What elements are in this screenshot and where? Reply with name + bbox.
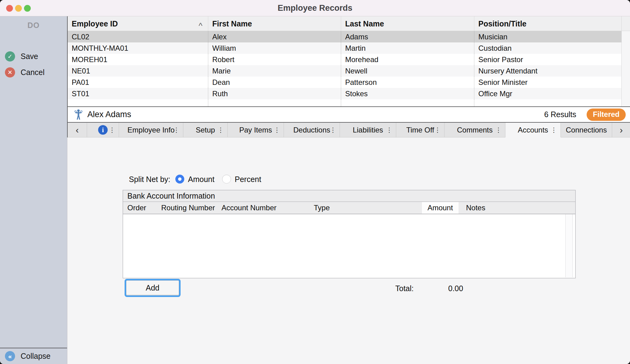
- cell-employee-id: PA01: [68, 77, 208, 88]
- tab-menu-icon[interactable]: ⋮: [434, 126, 441, 134]
- sidebar-header: DO: [0, 21, 67, 30]
- bank-column-header-routing-number[interactable]: Routing Number: [161, 202, 215, 214]
- table-scrollbar[interactable]: [621, 16, 630, 106]
- cancel-button[interactable]: ✕ Cancel: [5, 67, 45, 77]
- save-label: Save: [21, 52, 38, 61]
- tab-label: Liabilities: [353, 126, 383, 134]
- tab-label: Connections: [566, 126, 607, 134]
- tabs-scroll-left-button[interactable]: ‹: [68, 123, 87, 137]
- split-net-row: Split Net by: Amount Percent: [67, 174, 630, 185]
- x-circle-icon: ✕: [5, 67, 15, 77]
- table-row[interactable]: MONTHLY-MA01 William Martin Custodian: [68, 42, 621, 54]
- tab-setup[interactable]: Setup⋮: [183, 123, 228, 137]
- cell-last-name: Newell: [341, 65, 474, 77]
- table-row[interactable]: CL02 Alex Adams Musician: [68, 31, 621, 42]
- collapse-button[interactable]: « Collapse: [0, 348, 67, 364]
- column-header-last-name[interactable]: Last Name: [341, 16, 474, 31]
- tab-liabilities[interactable]: Liabilities⋮: [340, 123, 396, 137]
- app-window: Employee Records DO ✓ Save ✕ Cancel « Co…: [0, 0, 630, 364]
- tab-info[interactable]: i⋮: [87, 123, 119, 137]
- results-count: 6 Results: [544, 110, 576, 119]
- tab-menu-icon[interactable]: ⋮: [217, 126, 224, 134]
- cell-last-name: Stokes: [341, 88, 474, 99]
- check-circle-icon: ✓: [5, 51, 15, 61]
- tab-label: Deductions: [293, 126, 330, 134]
- cell-position-title: Senior Minister: [474, 77, 621, 88]
- total-value: 0.00: [448, 284, 463, 293]
- cell-last-name: Patterson: [341, 77, 474, 88]
- radio-percent[interactable]: [222, 175, 231, 184]
- radio-percent-label: Percent: [235, 174, 261, 185]
- cell-last-name: Martin: [341, 42, 474, 54]
- tab-employee-info[interactable]: Employee Info⋮: [119, 123, 183, 137]
- bank-table-header: OrderRouting NumberAccount NumberTypeAmo…: [123, 202, 575, 214]
- cell-last-name: Adams: [341, 31, 474, 42]
- info-icon: i: [98, 125, 108, 135]
- tab-menu-icon[interactable]: ⋮: [386, 126, 393, 134]
- tab-deductions[interactable]: Deductions⋮: [284, 123, 340, 137]
- total-label: Total:: [395, 284, 414, 293]
- tab-label: Setup: [196, 126, 215, 134]
- tab-menu-icon[interactable]: ⋮: [109, 126, 115, 134]
- cell-position-title: Senior Pastor: [474, 54, 621, 65]
- collapse-label: Collapse: [21, 352, 50, 361]
- cell-employee-id: MOREH01: [68, 54, 208, 65]
- column-header-employee-id[interactable]: Employee ID ^: [68, 16, 208, 31]
- cell-first-name: Alex: [208, 31, 341, 42]
- tab-label: Employee Info: [127, 126, 174, 134]
- cancel-label: Cancel: [21, 68, 45, 77]
- selected-record-name: Alex Adams: [87, 110, 131, 119]
- bank-column-header-notes[interactable]: Notes: [466, 202, 485, 214]
- tab-connections[interactable]: Connections: [561, 123, 612, 137]
- table-row[interactable]: ST01 Ruth Stokes Office Mgr: [68, 88, 621, 99]
- bank-column-header-type[interactable]: Type: [314, 202, 330, 214]
- bank-column-header-order[interactable]: Order: [127, 202, 146, 214]
- cell-position-title: Musician: [474, 31, 621, 42]
- tab-accounts[interactable]: Accounts⋮: [505, 123, 561, 137]
- cell-first-name: Marie: [208, 65, 341, 77]
- tab-label: Time Off: [406, 126, 434, 134]
- tabs-scroll-right-button[interactable]: ›: [612, 123, 630, 137]
- add-account-button[interactable]: Add: [126, 280, 179, 295]
- tab-menu-icon[interactable]: ⋮: [330, 126, 336, 134]
- tab-pay-items[interactable]: Pay Items⋮: [228, 123, 284, 137]
- table-row[interactable]: NE01 Marie Newell Nursery Attendant: [68, 65, 621, 77]
- split-net-label: Split Net by:: [129, 174, 170, 185]
- bank-table-body: [123, 214, 575, 277]
- column-header-position-title[interactable]: Position/Title: [474, 16, 621, 31]
- cell-employee-id: ST01: [68, 88, 208, 99]
- tab-label: Pay Items: [239, 126, 272, 134]
- tab-bar: ‹i⋮Employee Info⋮Setup⋮Pay Items⋮Deducti…: [67, 123, 630, 137]
- sort-ascending-icon: ^: [199, 18, 202, 31]
- column-header-first-name[interactable]: First Name: [208, 16, 341, 31]
- tab-label: Comments: [457, 126, 492, 134]
- table-row[interactable]: PA01 Dean Patterson Senior Minister: [68, 77, 621, 88]
- tab-menu-icon[interactable]: ⋮: [274, 126, 280, 134]
- cell-employee-id: NE01: [68, 65, 208, 77]
- tab-menu-icon[interactable]: ⋮: [495, 126, 502, 134]
- cell-first-name: Ruth: [208, 88, 341, 99]
- bank-panel-title: Bank Account Information: [123, 190, 575, 202]
- cell-first-name: William: [208, 42, 341, 54]
- window-title: Employee Records: [0, 0, 630, 16]
- save-button[interactable]: ✓ Save: [5, 51, 38, 61]
- radio-amount[interactable]: [175, 175, 184, 184]
- person-icon: [74, 109, 82, 120]
- tab-comments[interactable]: Comments⋮: [445, 123, 505, 137]
- do-sidebar: DO ✓ Save ✕ Cancel « Collapse: [0, 16, 67, 364]
- bank-account-panel: Bank Account Information OrderRouting Nu…: [123, 190, 576, 278]
- radio-amount-label: Amount: [188, 174, 214, 185]
- cell-last-name: Morehead: [341, 54, 474, 65]
- table-row[interactable]: MOREH01 Robert Morehead Senior Pastor: [68, 54, 621, 65]
- tab-menu-icon[interactable]: ⋮: [551, 126, 557, 134]
- bank-column-header-account-number[interactable]: Account Number: [221, 202, 277, 214]
- titlebar: Employee Records: [0, 0, 630, 16]
- table-empty-area: [68, 99, 621, 106]
- tab-menu-icon[interactable]: ⋮: [173, 126, 180, 134]
- cell-employee-id: MONTHLY-MA01: [68, 42, 208, 54]
- filtered-badge[interactable]: Filtered: [587, 109, 626, 121]
- bank-column-header-amount[interactable]: Amount: [421, 202, 459, 214]
- tab-time-off[interactable]: Time Off⋮: [396, 123, 445, 137]
- employee-table: Employee ID ^ First Name Last Name Posit…: [67, 16, 630, 107]
- bank-table-scrollbar[interactable]: [565, 214, 573, 277]
